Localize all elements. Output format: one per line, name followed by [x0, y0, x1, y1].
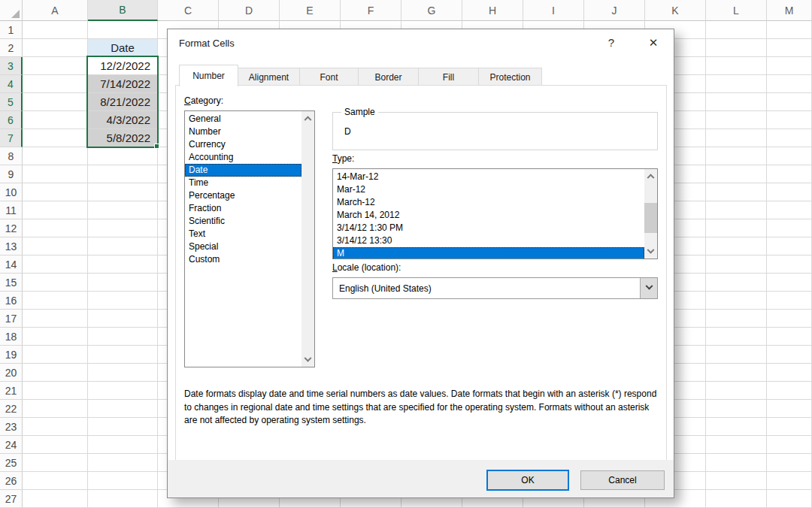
column-header-K[interactable]: K — [645, 0, 706, 21]
cell-M19[interactable] — [767, 346, 812, 364]
cell-B5[interactable]: 8/21/2022 — [88, 93, 158, 111]
cell-M17[interactable] — [767, 310, 812, 328]
type-item[interactable]: March-12 — [333, 196, 644, 209]
column-header-I[interactable]: I — [523, 0, 584, 21]
cell-A21[interactable] — [23, 382, 88, 400]
column-header-C[interactable]: C — [158, 0, 219, 21]
cell-M18[interactable] — [767, 328, 812, 346]
category-item[interactable]: Date — [185, 164, 301, 177]
category-item[interactable]: General — [185, 113, 301, 125]
category-item[interactable]: Currency — [185, 138, 301, 151]
dropdown-button[interactable] — [640, 278, 657, 298]
type-item[interactable]: 3/14/12 13:30 — [333, 234, 644, 247]
cell-B21[interactable] — [88, 382, 158, 400]
column-header-D[interactable]: D — [219, 0, 280, 21]
cell-A2[interactable] — [23, 39, 88, 57]
cell-M11[interactable] — [767, 201, 812, 219]
row-header-9[interactable]: 9 — [0, 165, 23, 183]
cell-A5[interactable] — [23, 93, 88, 111]
cell-L27[interactable] — [706, 490, 767, 508]
close-icon[interactable]: ✕ — [645, 35, 662, 50]
row-header-25[interactable]: 25 — [0, 454, 23, 472]
row-header-19[interactable]: 19 — [0, 346, 23, 364]
cell-L8[interactable] — [706, 147, 767, 165]
row-header-10[interactable]: 10 — [0, 183, 23, 201]
column-header-H[interactable]: H — [462, 0, 523, 21]
column-header-F[interactable]: F — [341, 0, 401, 21]
cell-L7[interactable] — [706, 129, 767, 147]
row-header-27[interactable]: 27 — [0, 490, 23, 508]
row-header-22[interactable]: 22 — [0, 400, 23, 418]
fill-handle[interactable] — [154, 144, 159, 149]
scroll-thumb[interactable] — [644, 203, 657, 233]
tab-border[interactable]: Border — [359, 68, 419, 86]
cell-A13[interactable] — [23, 237, 88, 256]
tab-number[interactable]: Number — [179, 65, 238, 86]
cell-A23[interactable] — [23, 418, 88, 436]
select-all-corner[interactable] — [0, 0, 23, 21]
cell-L5[interactable] — [706, 93, 767, 111]
cell-B24[interactable] — [88, 436, 158, 454]
row-header-12[interactable]: 12 — [0, 219, 23, 237]
row-header-5[interactable]: 5 — [0, 93, 23, 111]
row-header-16[interactable]: 16 — [0, 292, 23, 310]
help-icon[interactable]: ? — [603, 35, 620, 50]
row-header-15[interactable]: 15 — [0, 274, 23, 292]
tab-font[interactable]: Font — [300, 68, 359, 86]
cell-A19[interactable] — [23, 346, 88, 364]
cell-A3[interactable] — [23, 57, 88, 75]
cell-L17[interactable] — [706, 310, 767, 328]
cell-B19[interactable] — [88, 346, 158, 364]
cell-B15[interactable] — [88, 274, 158, 292]
tab-protection[interactable]: Protection — [479, 68, 542, 86]
cell-M23[interactable] — [767, 418, 812, 436]
cell-M25[interactable] — [767, 454, 812, 472]
row-header-4[interactable]: 4 — [0, 75, 23, 93]
column-header-B[interactable]: B — [88, 0, 158, 21]
cell-A25[interactable] — [23, 454, 88, 472]
cell-M2[interactable] — [767, 39, 812, 57]
cell-A6[interactable] — [23, 111, 88, 129]
row-header-18[interactable]: 18 — [0, 328, 23, 346]
dialog-titlebar[interactable]: Format Cells ? ✕ — [168, 29, 674, 55]
cell-A8[interactable] — [23, 147, 88, 165]
type-item[interactable]: 14-Mar-12 — [333, 171, 644, 183]
scroll-up-icon[interactable] — [644, 169, 657, 182]
cell-L14[interactable] — [706, 256, 767, 274]
category-item[interactable]: Number — [185, 125, 301, 138]
cell-B26[interactable] — [88, 472, 158, 490]
category-item[interactable]: Scientific — [185, 215, 301, 228]
cell-M8[interactable] — [767, 147, 812, 165]
scroll-up-icon[interactable] — [301, 111, 314, 124]
cell-M16[interactable] — [767, 292, 812, 310]
cell-A10[interactable] — [23, 183, 88, 201]
cell-A16[interactable] — [23, 292, 88, 310]
category-item[interactable]: Special — [185, 240, 301, 253]
cell-M13[interactable] — [767, 237, 812, 256]
cell-A14[interactable] — [23, 256, 88, 274]
cell-L18[interactable] — [706, 328, 767, 346]
cell-B18[interactable] — [88, 328, 158, 346]
cell-M15[interactable] — [767, 274, 812, 292]
cell-M27[interactable] — [767, 490, 812, 508]
cell-M7[interactable] — [767, 129, 812, 147]
cell-M5[interactable] — [767, 93, 812, 111]
column-header-A[interactable]: A — [23, 0, 88, 21]
cell-B8[interactable] — [88, 147, 158, 165]
tab-fill[interactable]: Fill — [419, 68, 479, 86]
cell-A18[interactable] — [23, 328, 88, 346]
row-header-2[interactable]: 2 — [0, 39, 23, 57]
cell-B3[interactable]: 12/2/2022 — [88, 57, 158, 75]
cell-M12[interactable] — [767, 219, 812, 237]
cell-A24[interactable] — [23, 436, 88, 454]
cell-L4[interactable] — [706, 75, 767, 93]
cell-L13[interactable] — [706, 237, 767, 256]
scroll-down-icon[interactable] — [301, 354, 314, 367]
row-header-13[interactable]: 13 — [0, 237, 23, 256]
cell-B22[interactable] — [88, 400, 158, 418]
cell-M21[interactable] — [767, 382, 812, 400]
row-header-21[interactable]: 21 — [0, 382, 23, 400]
cell-B7[interactable]: 5/8/2022 — [88, 129, 158, 147]
cell-A27[interactable] — [23, 490, 88, 508]
row-header-14[interactable]: 14 — [0, 256, 23, 274]
